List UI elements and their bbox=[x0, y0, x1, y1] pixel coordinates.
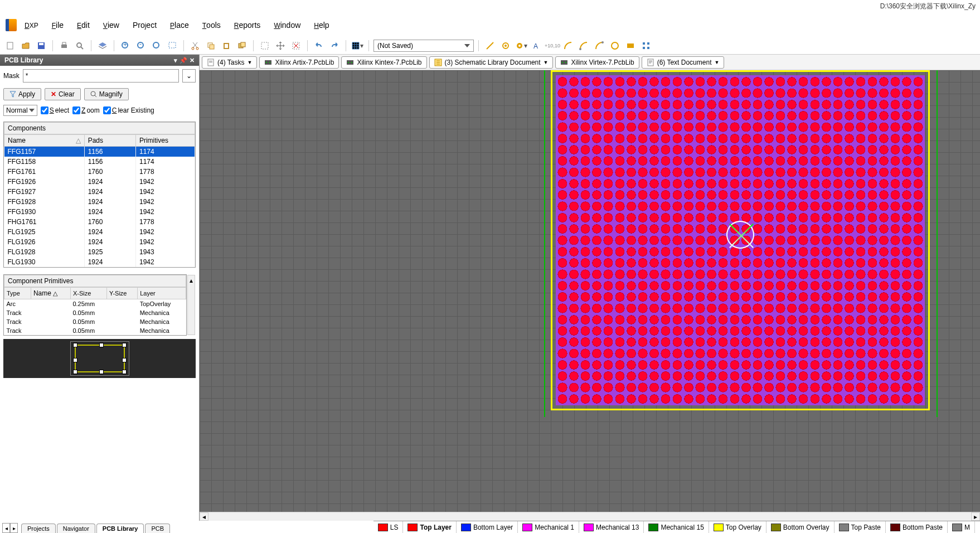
place-rect-icon[interactable] bbox=[624, 39, 637, 52]
table-row[interactable]: FFG193019241942 bbox=[4, 207, 195, 217]
zoom-rect-icon[interactable] bbox=[166, 39, 179, 52]
zoom-out-icon[interactable]: - bbox=[134, 39, 148, 52]
table-row[interactable]: FFG115711561174 bbox=[4, 147, 195, 157]
table-row[interactable]: FFG192819241942 bbox=[4, 197, 195, 207]
close-panel-icon[interactable]: ✕ bbox=[190, 57, 195, 64]
layer-tab[interactable]: Mechanical 1 bbox=[518, 521, 579, 533]
menu-edit[interactable]: Edit bbox=[71, 18, 95, 32]
table-row[interactable]: FLG193019241942 bbox=[4, 257, 195, 267]
menu-reports[interactable]: Reports bbox=[229, 18, 266, 32]
select-checkbox[interactable]: Select bbox=[41, 106, 69, 114]
table-row[interactable]: FFG176117601778 bbox=[4, 167, 195, 177]
mode-combo[interactable]: Normal bbox=[3, 105, 37, 116]
menu-window[interactable]: Window bbox=[268, 18, 306, 32]
mask-dropdown-icon[interactable]: ⌄ bbox=[182, 69, 196, 83]
table-row[interactable]: Track0.05mmMechanica bbox=[4, 308, 186, 317]
col-ysize[interactable]: Y-Size bbox=[107, 288, 138, 299]
place-full-circle-icon[interactable] bbox=[608, 39, 622, 52]
tab-nav-left-icon[interactable]: ◂ bbox=[2, 523, 10, 533]
mask-input[interactable] bbox=[23, 69, 179, 83]
print-icon[interactable] bbox=[57, 39, 71, 52]
table-row[interactable]: FLG192819251943 bbox=[4, 247, 195, 257]
grid-icon[interactable]: ▾ bbox=[351, 39, 364, 52]
doc-tab[interactable]: Xilinx Virtex-7.PcbLib bbox=[555, 56, 639, 69]
menu-file[interactable]: File bbox=[46, 18, 69, 32]
menu-project[interactable]: Project bbox=[127, 18, 162, 32]
col-layer[interactable]: Layer bbox=[138, 288, 186, 299]
table-row[interactable]: FLG192619241942 bbox=[4, 237, 195, 247]
redo-icon[interactable] bbox=[328, 39, 341, 52]
tab-projects[interactable]: Projects bbox=[21, 524, 56, 533]
zoom-fit-icon[interactable] bbox=[150, 39, 163, 52]
menu-dxp[interactable]: DXP bbox=[19, 18, 44, 32]
paste-icon[interactable] bbox=[220, 39, 233, 52]
menu-view[interactable]: View bbox=[98, 18, 125, 32]
doc-tab[interactable]: (6) Text Document ▼ bbox=[642, 56, 725, 69]
menu-help[interactable]: Help bbox=[308, 18, 334, 32]
table-row[interactable]: Track0.05mmMechanica bbox=[4, 326, 186, 335]
place-arc-center-icon[interactable] bbox=[561, 39, 575, 52]
component-preview[interactable] bbox=[3, 339, 196, 378]
col-xsize[interactable]: X-Size bbox=[70, 288, 106, 299]
tab-pcb-library[interactable]: PCB Library bbox=[96, 524, 144, 533]
select-rect-icon[interactable] bbox=[258, 39, 271, 52]
layer-tab[interactable]: Bottom Paste bbox=[886, 521, 948, 533]
clear-button[interactable]: ✕Clear bbox=[45, 88, 81, 100]
doc-tab[interactable]: (4) Tasks ▼ bbox=[202, 56, 257, 69]
tab-pcb[interactable]: PCB bbox=[145, 524, 170, 533]
canvas-hscrollbar[interactable]: ◂ ▸ bbox=[200, 512, 980, 521]
place-array-icon[interactable] bbox=[639, 39, 653, 52]
place-string-icon[interactable]: A bbox=[530, 39, 544, 52]
layer-tab[interactable]: Mechanical 13 bbox=[579, 521, 644, 533]
scroll-left-icon[interactable]: ◂ bbox=[200, 512, 208, 521]
apply-button[interactable]: Apply bbox=[3, 88, 41, 100]
place-pad-icon[interactable] bbox=[499, 39, 512, 52]
place-coord-icon[interactable]: +10,10 bbox=[546, 39, 559, 52]
layer-tab[interactable]: Bottom Overlay bbox=[766, 521, 835, 533]
place-arc-edge-icon[interactable] bbox=[577, 39, 590, 52]
menu-tools[interactable]: Tools bbox=[197, 18, 226, 32]
layer-tab[interactable]: Bottom Layer bbox=[457, 521, 518, 533]
cut-icon[interactable] bbox=[188, 39, 202, 52]
table-row[interactable]: FFG192719241942 bbox=[4, 187, 195, 197]
table-row[interactable]: Arc0.25mmTopOverlay bbox=[4, 299, 186, 309]
move-icon[interactable] bbox=[274, 39, 287, 52]
layer-tab[interactable]: Top Overlay bbox=[709, 521, 766, 533]
table-row[interactable]: FHG176117601778 bbox=[4, 217, 195, 227]
col-type[interactable]: Type bbox=[4, 288, 31, 299]
pin-icon[interactable]: 📌 bbox=[179, 57, 187, 64]
open-icon[interactable] bbox=[19, 39, 32, 52]
pcb-canvas[interactable] bbox=[200, 70, 980, 512]
doc-tab[interactable]: Xilinx Artix-7.PcbLib bbox=[259, 56, 339, 69]
col-primitives[interactable]: Primitives bbox=[135, 135, 195, 147]
panel-menu-icon[interactable]: ▾ bbox=[174, 57, 177, 64]
copy-icon[interactable] bbox=[204, 39, 217, 52]
layer-tab[interactable]: M bbox=[948, 521, 975, 533]
deselect-icon[interactable] bbox=[289, 39, 303, 52]
col-pname[interactable]: Name △ bbox=[31, 288, 70, 299]
doc-tab[interactable]: (3) Schematic Library Document ▼ bbox=[429, 56, 554, 69]
layers-icon[interactable] bbox=[96, 39, 109, 52]
zoom-checkbox[interactable]: Zoom bbox=[72, 106, 100, 114]
zoom-in-icon[interactable]: + bbox=[119, 39, 132, 52]
undo-icon[interactable] bbox=[312, 39, 326, 52]
scroll-right-icon[interactable]: ▸ bbox=[971, 512, 980, 521]
col-pads[interactable]: Pads bbox=[84, 135, 135, 147]
tab-nav-right-icon[interactable]: ▸ bbox=[10, 523, 18, 533]
save-icon[interactable] bbox=[35, 39, 48, 52]
table-row[interactable]: FLG192519241942 bbox=[4, 227, 195, 237]
layer-tab[interactable]: Top Paste bbox=[835, 521, 886, 533]
clear-existing-checkbox[interactable]: Clear Existing bbox=[103, 106, 154, 114]
save-status-combo[interactable]: (Not Saved) bbox=[373, 40, 474, 52]
magnify-button[interactable]: Magnify bbox=[84, 88, 129, 100]
place-arc-angle-icon[interactable] bbox=[593, 39, 606, 52]
place-via-icon[interactable]: ▾ bbox=[515, 39, 528, 52]
primitives-scrollbar[interactable]: ▴ bbox=[187, 275, 195, 335]
doc-tab[interactable]: Xilinx Kintex-7.PcbLib bbox=[341, 56, 426, 69]
table-row[interactable]: FFG192619241942 bbox=[4, 177, 195, 187]
place-line-icon[interactable] bbox=[483, 39, 497, 52]
table-row[interactable]: Track0.05mmMechanica bbox=[4, 317, 186, 326]
duplicate-icon[interactable] bbox=[235, 39, 249, 52]
layer-tab[interactable]: Top Layer bbox=[403, 521, 456, 533]
tab-navigator[interactable]: Navigator bbox=[57, 524, 95, 533]
